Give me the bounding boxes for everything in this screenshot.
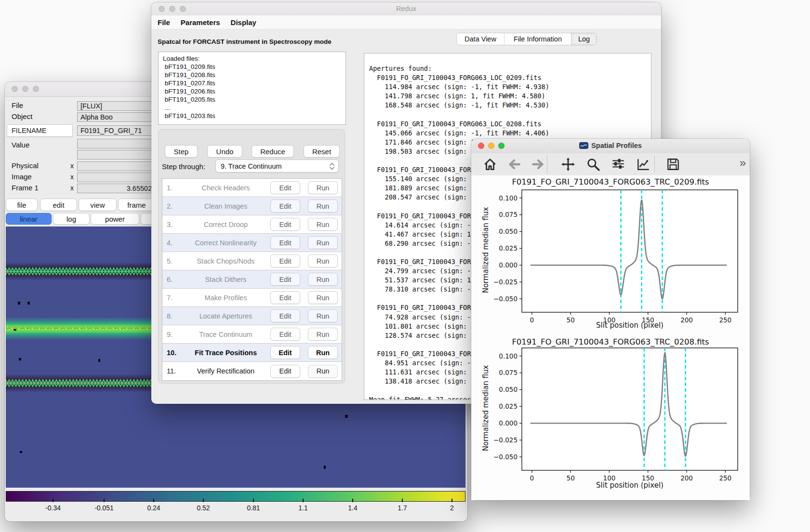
step-label: Trace Continuum — [181, 331, 270, 338]
view-tabs: Data ViewFile InformationLog — [456, 33, 597, 45]
frame-x-label: x — [70, 184, 74, 192]
colorbar-tick-mark — [253, 499, 254, 502]
step-run-button[interactable]: Run — [308, 254, 338, 267]
plot-1-ylabel: Normalized median flux — [481, 178, 490, 322]
zoom-icon[interactable] — [586, 157, 600, 172]
colorbar-tick-mark — [352, 499, 353, 502]
colorbar-tick-label: 1.4 — [348, 504, 357, 512]
pan-icon[interactable] — [561, 157, 575, 172]
log-line: 114.984 arcsec (sign: -1, fit FWHM: 4.93… — [369, 82, 651, 92]
scale-tab-power[interactable]: power — [91, 213, 139, 225]
home-icon[interactable] — [483, 157, 497, 172]
step-row-4: 4.Correct NonlinearityEditRun — [162, 234, 342, 252]
toolbar-separator — [654, 156, 655, 173]
tab-file-information[interactable]: File Information — [505, 33, 571, 45]
step-row-6: 6.Stack DithersEditRun — [162, 270, 342, 289]
viewer-button-file[interactable]: file — [6, 199, 38, 211]
step-number: 5. — [162, 257, 181, 265]
step-run-button[interactable]: Run — [308, 365, 338, 378]
step-edit-button[interactable]: Edit — [270, 254, 300, 267]
scale-tab-log[interactable]: log — [53, 213, 90, 225]
step-row-9: 9.Trace ContinuumEditRun — [162, 325, 342, 344]
tab-log[interactable]: Log — [571, 33, 597, 45]
step-run-button[interactable]: Run — [308, 346, 338, 359]
forward-icon[interactable] — [531, 157, 545, 172]
back-icon[interactable] — [507, 157, 521, 172]
step-edit-button[interactable]: Edit — [270, 309, 300, 322]
step-edit-button[interactable]: Edit — [270, 328, 300, 341]
profiles-titlebar[interactable]: Spatial Profiles — [471, 139, 750, 154]
plot-1-svg[interactable]: 0501001502002500.1000.0750.0500.0250.000… — [471, 175, 750, 333]
menu-file[interactable]: File — [158, 18, 175, 27]
chart-icon[interactable] — [636, 157, 651, 172]
minimize-icon[interactable] — [22, 86, 28, 92]
step-edit-button[interactable]: Edit — [270, 236, 300, 249]
step-run-button[interactable]: Run — [308, 200, 338, 213]
y-tick-label: 0.100 — [499, 194, 518, 202]
colorbar-tick-mark — [53, 499, 53, 502]
step-run-button[interactable]: Run — [308, 236, 338, 249]
step-edit-button[interactable]: Edit — [270, 346, 300, 359]
loaded-file-item: bFT191_0203.fits — [163, 112, 341, 120]
log-line: 168.548 arcsec (sign: -1, fit FWHM: 4.53… — [369, 101, 651, 110]
step-run-button[interactable]: Run — [308, 309, 338, 322]
reduce-button[interactable]: Reduce — [252, 145, 294, 158]
step-edit-button[interactable]: Edit — [270, 291, 300, 304]
step-row-11: 11.Verify RectificationEditRun — [162, 362, 342, 380]
step-edit-button[interactable]: Edit — [270, 200, 300, 213]
reset-button[interactable]: Reset — [304, 145, 340, 158]
viewer-button-edit[interactable]: edit — [40, 199, 77, 211]
menu-display[interactable]: Display — [226, 18, 262, 27]
log-line: 141.798 arcsec (sign: 1, fit FWHM: 4.580… — [369, 92, 651, 101]
viewer-button-view[interactable]: view — [79, 199, 117, 211]
colorbar-tick-mark — [402, 499, 403, 502]
loaded-files-box[interactable]: Loaded files: bFT191_0209.fits bFT191_02… — [158, 52, 346, 125]
y-tick-label: 0.050 — [499, 386, 518, 393]
y-tick-label: −0.025 — [493, 278, 518, 286]
step-label: Stack Chops/Nods — [181, 257, 270, 265]
object-label: Object — [12, 112, 32, 120]
step-run-button[interactable]: Run — [308, 181, 338, 194]
bad-pixel-speck — [13, 329, 16, 331]
step-run-button[interactable]: Run — [308, 291, 338, 304]
step-run-button[interactable]: Run — [308, 328, 338, 341]
save-icon[interactable] — [666, 157, 680, 172]
step-edit-button[interactable]: Edit — [270, 365, 300, 378]
y-tick-label: 0.000 — [499, 419, 518, 427]
viewer-button-frame[interactable]: frame — [118, 199, 155, 211]
tab-data-view[interactable]: Data View — [457, 33, 505, 45]
desktop: File [FLUX] Object Alpha Boo FILENAME F0… — [0, 0, 810, 532]
axes: 0501001502002500.1000.0750.0500.0250.000… — [493, 348, 738, 482]
step-run-button[interactable]: Run — [308, 218, 338, 231]
image-label: Image — [12, 173, 32, 181]
filename-keyword-box[interactable]: FILENAME — [7, 124, 73, 137]
y-tick-label: 0.025 — [499, 244, 518, 252]
plot-2-svg[interactable]: 0501001502002500.1000.0750.0500.0250.000… — [471, 333, 750, 500]
colorbar-tick-label: 0.81 — [247, 504, 260, 512]
step-number: 2. — [162, 202, 181, 210]
log-line: Apertures found: — [369, 64, 651, 73]
y-tick-label: −0.050 — [493, 453, 518, 461]
redux-titlebar[interactable]: Redux — [151, 2, 661, 16]
undo-button[interactable]: Undo — [207, 145, 242, 158]
bad-pixel-speck — [19, 358, 21, 360]
bad-pixel-speck — [20, 451, 22, 453]
step-row-10: 10.Fit Trace PositionsEditRun — [162, 344, 342, 362]
y-tick-label: −0.025 — [493, 436, 518, 444]
close-icon[interactable] — [12, 86, 18, 92]
zoom-window-icon[interactable] — [33, 86, 39, 92]
colorbar-tick-mark — [153, 499, 154, 502]
toolbar-overflow-chevron[interactable]: » — [740, 156, 746, 170]
step-edit-button[interactable]: Edit — [270, 181, 300, 194]
step-edit-button[interactable]: Edit — [270, 273, 300, 286]
step-edit-button[interactable]: Edit — [270, 218, 300, 231]
plot-2-xlabel: Slit position (pixel) — [522, 481, 738, 490]
step-run-button[interactable]: Run — [308, 273, 338, 286]
scale-tab-linear[interactable]: linear — [6, 213, 52, 225]
sliders-icon[interactable] — [611, 157, 625, 172]
colorbar-tick-mark — [451, 499, 452, 502]
menu-parameters[interactable]: Parameters — [175, 18, 226, 27]
step-through-value: 9. Trace Continuum — [221, 162, 282, 170]
step-through-dropdown[interactable]: 9. Trace Continuum — [215, 160, 339, 173]
step-button[interactable]: Step — [165, 145, 198, 158]
